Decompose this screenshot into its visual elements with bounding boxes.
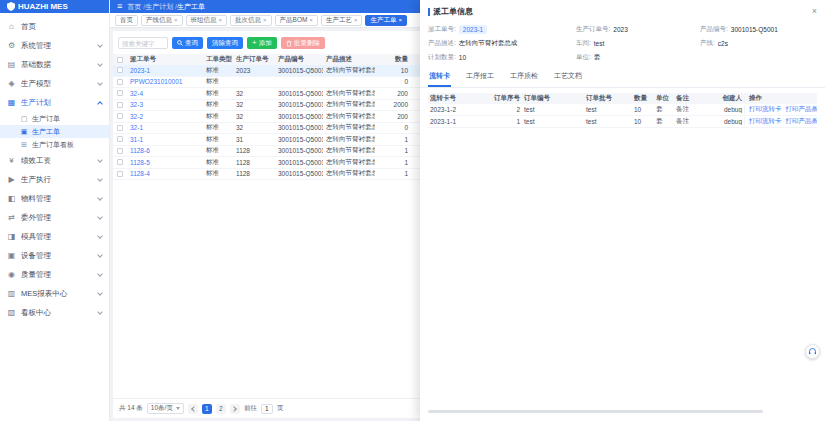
sidebar-item-quality[interactable]: ◉质量管理	[0, 265, 109, 284]
add-button[interactable]: +添加	[247, 37, 277, 49]
row-checkbox[interactable]	[117, 90, 123, 96]
dispatch-no-link[interactable]: 32-2	[127, 113, 203, 120]
dispatch-no-link[interactable]: 2023-1	[127, 67, 203, 74]
play-icon: ▶	[7, 175, 16, 184]
row-checkbox[interactable]	[117, 136, 123, 142]
dispatch-no-link[interactable]: 1128-5	[127, 159, 203, 166]
sidebar-item-production-exec[interactable]: ▶生产执行	[0, 170, 109, 189]
batch-delete-button[interactable]: 批量删除	[281, 37, 325, 49]
pagination-total: 共 14 条	[119, 404, 143, 413]
print-product-barcode-link[interactable]: 打印产品条码	[786, 105, 818, 112]
breadcrumb-production-plan[interactable]: 生产计划	[145, 2, 177, 12]
sidebar-item-mes-report-center[interactable]: ▥MES报表中心	[0, 284, 109, 303]
tab-home[interactable]: 首页	[115, 15, 138, 26]
dispatch-no-link[interactable]: 31-1	[127, 136, 203, 143]
sidebar-item-material[interactable]: ◧物料管理	[0, 189, 109, 208]
dispatch-order-drawer: 派工单信息 × 派工单号:2023-1 生产订单号:2023 产品编号:3001…	[420, 0, 825, 421]
dispatch-no-link[interactable]: 1128-4	[127, 170, 203, 177]
sidebar-item-production-plan[interactable]: ▦生产计划	[0, 93, 109, 112]
row-checkbox[interactable]	[117, 159, 123, 165]
sidebar-item-kanban-center[interactable]: ▧看板中心	[0, 303, 109, 322]
row-checkbox[interactable]	[117, 148, 123, 154]
page-size-select[interactable]: 10条/页	[147, 403, 184, 414]
close-icon[interactable]: ×	[812, 7, 817, 16]
sidebar-item-system[interactable]: ⚙系统管理	[0, 36, 109, 55]
clear-search-button[interactable]: 清除查询	[207, 37, 243, 49]
close-tab-icon[interactable]: ×	[174, 17, 178, 23]
sidebar-item-outsourcing[interactable]: ⇄委外管理	[0, 208, 109, 227]
page-button-2[interactable]: 2	[216, 404, 226, 414]
field-workshop: 车间:test	[576, 39, 700, 48]
print-flow-card-link[interactable]: 打印流转卡	[749, 117, 782, 124]
col-production-order-no: 生产订单号	[233, 55, 275, 64]
row-checkbox[interactable]	[117, 125, 123, 131]
row-checkbox[interactable]	[117, 67, 123, 73]
tab-process-inspection[interactable]: 工序质检	[509, 69, 539, 87]
close-tab-icon[interactable]: ×	[263, 17, 267, 23]
sidebar-item-equipment[interactable]: ▣设备管理	[0, 246, 109, 265]
col-workorder-type: 工单类型	[203, 55, 233, 64]
goto-unit-label: 页	[277, 404, 284, 413]
row-checkbox[interactable]	[117, 113, 123, 119]
plan-icon: ▦	[7, 98, 16, 107]
sidebar-item-performance-wage[interactable]: ¥绩效工资	[0, 151, 109, 170]
tab-batch-info[interactable]: 批次信息×	[230, 15, 272, 26]
dispatch-no-link[interactable]: 32-4	[127, 90, 203, 97]
sidebar-item-mold[interactable]: ◨模具管理	[0, 227, 109, 246]
sidebar-item-production-model[interactable]: ◈生产模型	[0, 74, 109, 93]
print-flow-card-link[interactable]: 打印流转卡	[749, 105, 782, 112]
tab-line-info[interactable]: 产线信息×	[141, 15, 183, 26]
dispatch-no-link[interactable]: 32-3	[127, 101, 203, 108]
field-line: 产线:c2s	[700, 39, 817, 48]
sidebar: HUAZHI MES ⌂首页 ⚙系统管理 ▤基础数据 ◈生产模型 ▦生产计划 ▢…	[0, 0, 110, 421]
select-all-checkbox[interactable]	[117, 57, 123, 63]
mold-icon: ◨	[7, 232, 16, 241]
tab-production-workorder[interactable]: 生产工单×	[365, 15, 407, 26]
chevron-down-icon	[176, 407, 180, 410]
search-input[interactable]	[118, 37, 168, 49]
close-tab-icon[interactable]: ×	[219, 17, 223, 23]
row-checkbox[interactable]	[117, 102, 123, 108]
sidebar-subitem-production-workorder[interactable]: ▣生产工单	[0, 125, 109, 138]
field-product-desc: 产品描述:左转向节臂衬套总成	[428, 39, 576, 48]
dispatch-no-chip[interactable]: 2023-1	[459, 25, 487, 34]
breadcrumb-home[interactable]: 首页	[127, 2, 145, 12]
flow-card-row[interactable]: 2023-1-1 1 test test 10 套 备注 debug 打印流转卡…	[428, 116, 817, 128]
home-icon: ⌂	[7, 22, 16, 31]
dispatch-no-link[interactable]: PPWO231010001	[127, 78, 203, 85]
sidebar-subitem-order-kanban[interactable]: ⊞生产订单看板	[0, 138, 109, 151]
dispatch-no-link[interactable]: 32-1	[127, 124, 203, 131]
close-tab-icon[interactable]: ×	[398, 17, 402, 23]
close-tab-icon[interactable]: ×	[309, 17, 313, 23]
tab-team-info[interactable]: 班组信息×	[186, 15, 228, 26]
tab-process-document[interactable]: 工艺文档	[553, 69, 583, 87]
goto-page-input[interactable]	[261, 404, 273, 414]
row-checkbox[interactable]	[117, 79, 123, 85]
search-button[interactable]: 查询	[172, 37, 203, 49]
next-page-button[interactable]	[230, 404, 240, 414]
field-unit: 单位:套	[576, 53, 700, 62]
page-button-1[interactable]: 1	[202, 404, 212, 414]
brand-logo-text: HUAZHI MES	[18, 2, 68, 11]
collapse-menu-icon[interactable]: ≡	[117, 2, 122, 11]
sidebar-subitem-production-order[interactable]: ▢生产订单	[0, 112, 109, 125]
prev-page-button[interactable]	[188, 404, 198, 414]
flow-card-row[interactable]: 2023-1-2 2 test test 10 套 备注 debug 打印流转卡…	[428, 104, 817, 116]
exchange-icon: ⇄	[7, 213, 16, 222]
tab-flow-card[interactable]: 流转卡	[428, 69, 451, 87]
yen-icon: ¥	[7, 156, 16, 165]
sidebar-item-home[interactable]: ⌂首页	[0, 17, 109, 36]
horizontal-scrollbar[interactable]	[428, 410, 763, 413]
tab-product-bom[interactable]: 产品BOM×	[275, 15, 318, 26]
kanban-icon: ⊞	[20, 141, 28, 149]
sidebar-item-basic-data[interactable]: ▤基础数据	[0, 55, 109, 74]
report-icon: ▥	[7, 289, 16, 298]
flow-card-table: 流转卡号 订单序号 订单编号 订单批号 数量 单位 备注 创建人 操作 2023…	[428, 93, 817, 128]
close-tab-icon[interactable]: ×	[354, 17, 358, 23]
tab-process-report[interactable]: 工序报工	[465, 69, 495, 87]
tab-production-process[interactable]: 生产工艺×	[321, 15, 363, 26]
dispatch-no-link[interactable]: 1128-6	[127, 147, 203, 154]
assistant-floating-button[interactable]	[805, 344, 820, 359]
row-checkbox[interactable]	[117, 171, 123, 177]
print-product-barcode-link[interactable]: 打印产品条码	[786, 117, 818, 124]
